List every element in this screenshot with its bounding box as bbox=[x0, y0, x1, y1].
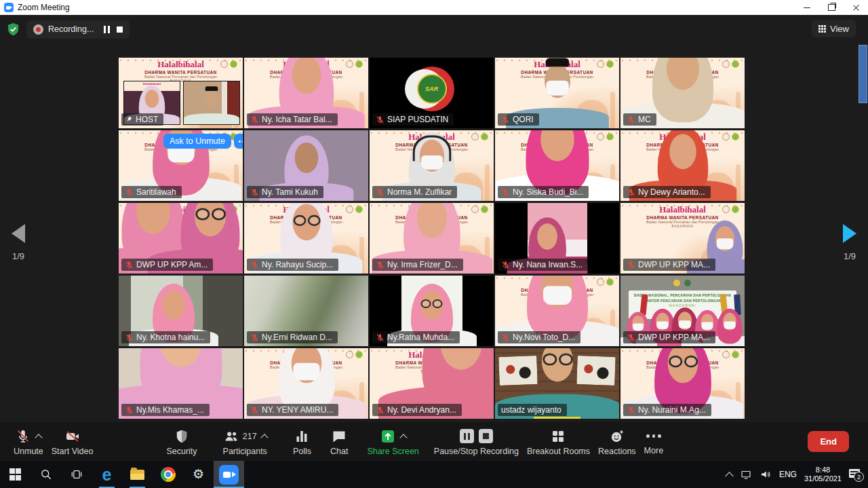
participant-name: DWP UP KPP Am... bbox=[136, 260, 208, 269]
participant-name: Ny. Nuraini M.Ag... bbox=[638, 405, 706, 415]
participant-tile[interactable]: HalalbihalalDHARMA WANITA PERSATUANBadan… bbox=[620, 348, 745, 419]
zoom-taskbar-button[interactable] bbox=[214, 461, 244, 488]
participant-tile[interactable]: HalalbihalalDHARMA WANITA PERSATUANBadan… bbox=[244, 348, 368, 419]
participant-tile[interactable]: HalalbihalalDHARMA WANITA PERSATUANBadan… bbox=[244, 203, 368, 274]
speaker-icon[interactable] bbox=[760, 468, 772, 481]
maximize-button[interactable] bbox=[819, 0, 844, 15]
participant-tile[interactable]: HalalbihalalDHARMA WANITA PERSATUANBadan… bbox=[495, 58, 619, 128]
participant-name: Ny Dewy Arianto... bbox=[638, 187, 705, 197]
minimize-button[interactable] bbox=[795, 0, 819, 15]
task-view-button[interactable] bbox=[61, 461, 92, 488]
participant-name-label: Ny. Khotna hainu... bbox=[121, 331, 210, 343]
person-figure bbox=[533, 58, 581, 128]
share-screen-button[interactable]: Share Screen bbox=[363, 428, 422, 456]
face-mask bbox=[546, 81, 568, 96]
participant-tile[interactable]: HalalbihalalDHARMA WANITA PERSATUANBadan… bbox=[119, 203, 243, 274]
participant-tile[interactable]: HalalbihalalDHARMA WANITA PERSATUANBadan… bbox=[620, 130, 745, 201]
pause-recording-button[interactable] bbox=[104, 26, 110, 33]
scrollbar-thumb[interactable] bbox=[859, 45, 867, 103]
participant-tile[interactable]: Ny.Erni Ridwan D... bbox=[244, 276, 368, 346]
encryption-shield-icon[interactable] bbox=[7, 22, 20, 37]
muted-mic-icon bbox=[501, 115, 510, 124]
participant-more-button[interactable] bbox=[234, 134, 243, 149]
search-button[interactable] bbox=[31, 461, 61, 488]
participants-button[interactable]: 217 Participants bbox=[219, 428, 271, 456]
security-button[interactable]: Security bbox=[162, 428, 201, 456]
emblem-icon bbox=[732, 60, 739, 68]
show-hidden-icons-chevron[interactable] bbox=[725, 472, 734, 481]
chat-button[interactable]: Chat bbox=[326, 428, 352, 456]
participants-options-caret[interactable] bbox=[260, 434, 268, 441]
participant-tile[interactable]: Ny. Nana Irwan.S... bbox=[495, 203, 619, 274]
emblem-icon bbox=[481, 206, 488, 213]
language-indicator[interactable]: ENG bbox=[779, 470, 797, 479]
network-icon[interactable] bbox=[740, 468, 752, 481]
emblem-icon bbox=[346, 206, 353, 213]
close-button[interactable] bbox=[844, 0, 868, 15]
polls-icon bbox=[294, 428, 310, 445]
meeting-client-area: Recording... View 1/9 1/9 HalalbihalalDH… bbox=[0, 15, 868, 461]
participant-tile[interactable]: HalalbihalalDHARMA WANITA PERSATUANBadan… bbox=[370, 130, 494, 201]
reactions-button[interactable]: Reactions bbox=[594, 428, 640, 456]
breakout-rooms-button[interactable]: Breakout Rooms bbox=[523, 428, 594, 456]
view-button[interactable]: View bbox=[812, 20, 856, 37]
clock[interactable]: 8:48 31/05/2021 bbox=[804, 466, 842, 483]
end-meeting-button[interactable]: End bbox=[808, 431, 849, 452]
file-explorer-button[interactable] bbox=[122, 461, 153, 488]
participant-name-label: Ny.Ratna Muhda... bbox=[372, 331, 460, 343]
unmute-button[interactable]: Unmute bbox=[9, 428, 47, 456]
unmute-tooltip: Ask to Unmute bbox=[163, 134, 243, 149]
participant-name: SIAP PUSDATIN bbox=[387, 115, 448, 124]
next-page-arrow-icon[interactable] bbox=[843, 224, 856, 243]
office-emblem-icon bbox=[673, 280, 680, 286]
participant-tile[interactable]: Ny.Ratna Muhda... bbox=[370, 276, 494, 346]
participant-tile[interactable]: ustadz wijayanto bbox=[495, 348, 619, 419]
participant-tile[interactable]: SARSIAP PUSDATIN bbox=[370, 58, 494, 128]
participant-tile[interactable]: Ny.Mis Khamas_... bbox=[119, 348, 243, 419]
muted-mic-icon bbox=[501, 261, 510, 269]
previous-page-arrow-icon[interactable] bbox=[12, 224, 25, 243]
person-face bbox=[292, 204, 320, 241]
emblem-icon bbox=[722, 206, 730, 213]
more-button[interactable]: More bbox=[640, 428, 667, 455]
participant-tile[interactable]: HalalbihalalDHARMA WANITA PERSATUANBadan… bbox=[370, 348, 494, 419]
participant-tile[interactable]: HalalbihalalDHARMA WANITA PERSATUANBadan… bbox=[620, 58, 745, 128]
edge-browser-button[interactable] bbox=[92, 461, 122, 488]
chrome-browser-button[interactable] bbox=[153, 461, 183, 488]
participant-tile[interactable]: BADAN NASIONAL, PENCARIAN DAN PERTOLONGA… bbox=[620, 276, 745, 346]
participant-tile[interactable]: Ny. Tami Kukuh bbox=[244, 130, 368, 201]
start-video-button[interactable]: Start Video bbox=[47, 428, 98, 456]
settings-button[interactable] bbox=[183, 461, 214, 488]
participant-tile[interactable]: HalalbihalalDHARMA WANITA PERSATUANBadan… bbox=[119, 58, 243, 128]
person-face bbox=[537, 223, 557, 250]
participant-tile[interactable]: HalalbihalalDHARMA WANITA PERSATUANBadan… bbox=[119, 130, 243, 201]
participant-tile[interactable]: HalalbihalalDHARMA WANITA PERSATUANBadan… bbox=[244, 58, 368, 128]
participant-name: Ny.Novi Toto_D... bbox=[513, 333, 575, 342]
participant-tile[interactable]: HalalbihalalDHARMA WANITA PERSATUANBadan… bbox=[495, 130, 619, 201]
participant-tile[interactable]: Ny. Khotna hainu... bbox=[119, 276, 243, 346]
person-face bbox=[701, 314, 714, 331]
polls-button[interactable]: Polls bbox=[289, 428, 315, 456]
start-button[interactable] bbox=[0, 461, 31, 488]
notification-center-button[interactable]: 2 bbox=[849, 468, 863, 481]
participant-name-label: DWP UP KPP MA... bbox=[623, 331, 715, 343]
unmute-options-caret[interactable] bbox=[35, 434, 43, 441]
emblem-icon bbox=[230, 60, 237, 68]
stop-recording-button[interactable] bbox=[117, 26, 123, 33]
person-figure bbox=[717, 307, 742, 346]
recording-dot-icon bbox=[33, 24, 43, 35]
participant-tile[interactable]: HalalbihalalDHARMA WANITA PERSATUANBadan… bbox=[370, 203, 494, 274]
participant-name-label: Ny. Rahayu Sucip... bbox=[247, 259, 338, 271]
participant-name: NY. YENY AMIRU... bbox=[262, 405, 333, 415]
pause-stop-recording-button[interactable]: Pause/Stop Recording bbox=[430, 428, 523, 456]
muted-mic-icon bbox=[376, 333, 384, 342]
restore-icon bbox=[828, 4, 835, 11]
participant-tile[interactable]: HalalbihalalDHARMA WANITA PERSATUANBadan… bbox=[495, 276, 619, 346]
emblem-icon bbox=[606, 60, 614, 68]
participant-name: DWP UP KPP MA... bbox=[638, 260, 710, 269]
participant-tile[interactable]: HalalbihalalDHARMA WANITA PERSATUANBadan… bbox=[620, 203, 745, 274]
person-face bbox=[294, 143, 318, 173]
share-screen-icon bbox=[380, 428, 396, 445]
share-options-caret[interactable] bbox=[399, 434, 407, 441]
ask-to-unmute-button[interactable]: Ask to Unmute bbox=[163, 134, 231, 149]
